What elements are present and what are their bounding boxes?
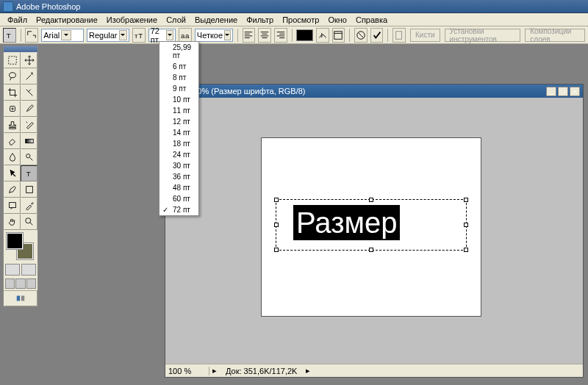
- palette-well-toggle[interactable]: [392, 28, 406, 43]
- move-tool[interactable]: [21, 52, 37, 68]
- cancel-button[interactable]: [354, 28, 368, 43]
- resize-handle-nw[interactable]: [274, 198, 279, 202]
- wand-tool[interactable]: [21, 68, 37, 84]
- canvas-area[interactable]: Размер: [165, 98, 583, 364]
- font-style-combo[interactable]: Regular: [87, 29, 129, 42]
- dropdown-arrow-icon[interactable]: [224, 30, 231, 40]
- dropdown-arrow-icon[interactable]: [119, 30, 127, 40]
- rect-icon: [24, 184, 35, 195]
- align-center-button[interactable]: [258, 28, 271, 43]
- menu-help[interactable]: Справка: [351, 14, 392, 26]
- resize-handle-ne[interactable]: [464, 198, 468, 202]
- font-size-option[interactable]: 6 пт: [159, 61, 198, 72]
- text-orientation-button[interactable]: [25, 28, 38, 43]
- resize-handle-n[interactable]: [369, 198, 373, 202]
- menu-file[interactable]: Файл: [3, 14, 32, 26]
- maximize-button[interactable]: □: [558, 87, 568, 96]
- close-button[interactable]: ×: [570, 87, 580, 96]
- stamp-tool[interactable]: [4, 117, 21, 133]
- resize-handle-se[interactable]: [464, 248, 468, 252]
- svg-rect-6: [334, 31, 343, 39]
- svg-rect-8: [396, 31, 402, 39]
- document-titlebar[interactable]: -1 @ 100% (Размер шрифта, RGB/8) _ □ ×: [165, 84, 583, 98]
- text-layer-content[interactable]: Размер: [293, 205, 400, 240]
- resize-handle-w[interactable]: [274, 223, 279, 227]
- screen-standard-button[interactable]: [5, 278, 15, 289]
- slice-tool[interactable]: [21, 84, 37, 101]
- palette-tab-tool-presets[interactable]: Установки инструментов: [445, 29, 521, 42]
- screen-full-button[interactable]: [26, 278, 36, 289]
- jump-to-imageready-button[interactable]: [4, 290, 37, 306]
- type-tool[interactable]: T: [21, 165, 37, 181]
- resize-handle-e[interactable]: [464, 223, 468, 227]
- pen-tool[interactable]: [4, 181, 21, 198]
- brush-icon: [24, 104, 35, 114]
- menu-select[interactable]: Выделение: [190, 14, 242, 26]
- status-arrow-icon[interactable]: ▸: [209, 366, 220, 375]
- commit-button[interactable]: [370, 28, 384, 43]
- arrow-icon: [7, 168, 18, 179]
- character-panel-button[interactable]: [332, 28, 345, 43]
- dodge-tool[interactable]: [21, 149, 37, 165]
- hand-tool[interactable]: [4, 214, 21, 230]
- foreground-color[interactable]: [7, 233, 23, 249]
- toolbox-grip[interactable]: [4, 46, 37, 52]
- notes-tool[interactable]: [4, 198, 21, 214]
- align-left-button[interactable]: [243, 28, 256, 43]
- menu-view[interactable]: Просмотр: [278, 14, 323, 26]
- eraser-tool[interactable]: [4, 133, 21, 149]
- blur-tool[interactable]: [4, 149, 21, 165]
- font-family-combo[interactable]: Arial: [41, 29, 84, 42]
- zoom-tool[interactable]: [21, 214, 37, 230]
- quickmask-mode-button[interactable]: [21, 264, 36, 276]
- aa-icon: aa: [180, 30, 190, 40]
- font-size-combo[interactable]: 72 пт: [148, 29, 176, 42]
- font-size-option[interactable]: 30 пт: [159, 160, 198, 171]
- brush-tool[interactable]: [21, 101, 37, 117]
- font-size-option[interactable]: 25,99 пт: [159, 42, 198, 61]
- crop-tool[interactable]: [4, 84, 21, 101]
- shape-tool[interactable]: [21, 181, 37, 198]
- font-size-option[interactable]: 12 пт: [159, 116, 198, 127]
- font-size-option[interactable]: 24 пт: [159, 149, 198, 160]
- warp-text-button[interactable]: I: [316, 28, 329, 43]
- menu-layer[interactable]: Слой: [162, 14, 190, 26]
- font-size-option[interactable]: 18 пт: [159, 138, 198, 149]
- dropdown-arrow-icon[interactable]: [166, 30, 174, 40]
- eyedropper-tool[interactable]: [21, 198, 37, 214]
- gradient-tool[interactable]: [21, 133, 37, 149]
- palette-tab-layer-comps[interactable]: Композиции слоев: [525, 29, 585, 42]
- font-size-option[interactable]: 10 пт: [159, 94, 198, 105]
- status-menu-arrow[interactable]: ▸: [303, 366, 313, 375]
- minimize-button[interactable]: _: [546, 87, 556, 96]
- menu-image[interactable]: Изображение: [102, 14, 162, 26]
- font-size-option[interactable]: 11 пт: [159, 105, 198, 116]
- font-size-option[interactable]: 9 пт: [159, 83, 198, 94]
- font-size-option[interactable]: 8 пт: [159, 72, 198, 83]
- align-right-button[interactable]: [274, 28, 287, 43]
- doc-info[interactable]: Док: 351,6K/117,2K: [220, 367, 303, 375]
- text-color-swatch[interactable]: [296, 29, 312, 41]
- antialias-combo[interactable]: Четкое: [195, 29, 233, 42]
- menu-window[interactable]: Окно: [323, 14, 351, 26]
- font-size-option[interactable]: 14 пт: [159, 127, 198, 138]
- history-brush-tool[interactable]: [21, 117, 37, 133]
- resize-handle-sw[interactable]: [274, 248, 279, 252]
- healing-tool[interactable]: [4, 101, 21, 117]
- resize-handle-s[interactable]: [369, 248, 373, 252]
- font-size-option[interactable]: 60 пт: [159, 193, 198, 204]
- type-tool-preset-button[interactable]: T: [3, 28, 16, 43]
- font-size-option[interactable]: 36 пт: [159, 171, 198, 182]
- marquee-tool[interactable]: [4, 52, 21, 68]
- lasso-tool[interactable]: [4, 68, 21, 84]
- menu-filter[interactable]: Фильтр: [242, 14, 278, 26]
- dropdown-arrow-icon[interactable]: [61, 30, 71, 40]
- menu-edit[interactable]: Редактирование: [32, 14, 102, 26]
- palette-tab-brushes[interactable]: Кисти: [410, 29, 440, 42]
- standard-mode-button[interactable]: [5, 264, 20, 276]
- zoom-field[interactable]: 100 %: [165, 367, 209, 375]
- path-select-tool[interactable]: [4, 165, 21, 181]
- font-size-option[interactable]: 72 пт: [159, 204, 198, 215]
- screen-fullmenu-button[interactable]: [15, 278, 25, 289]
- font-size-option[interactable]: 48 пт: [159, 182, 198, 193]
